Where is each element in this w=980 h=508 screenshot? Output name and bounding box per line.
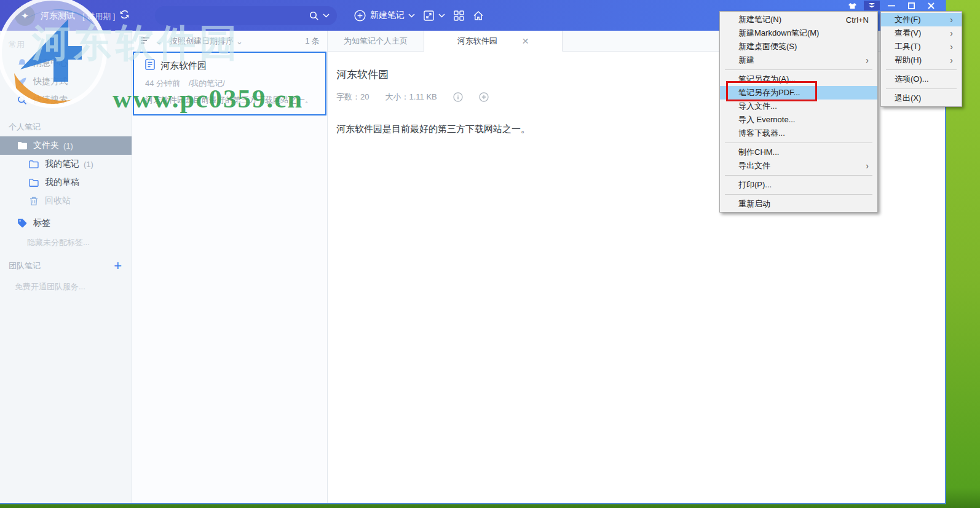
- sidebar-item-hidden-tags[interactable]: 隐藏未分配标签...: [0, 232, 132, 251]
- sidebar-item-open-team-service[interactable]: 免费开通团队服务...: [0, 274, 132, 292]
- expand-icon: [424, 10, 434, 21]
- plus-circle-icon: [354, 10, 366, 21]
- menu-separator: [725, 194, 872, 195]
- menu-item-new-markdown-note[interactable]: 新建Markdown笔记(M): [720, 26, 877, 40]
- menu-item-tools[interactable]: 工具(T) ›: [881, 40, 962, 53]
- skin-icon[interactable]: [844, 1, 860, 10]
- menu-item-view[interactable]: 查看(V) ›: [881, 26, 962, 40]
- section-personal: 个人笔记: [0, 109, 132, 136]
- menu-item-make-chm[interactable]: 制作CHM...: [720, 146, 877, 159]
- sidebar-item-label: 我的笔记: [45, 158, 79, 170]
- menu-item-restart[interactable]: 重新启动: [720, 197, 877, 211]
- menu-separator: [886, 88, 957, 89]
- menu-item-new-note[interactable]: 新建笔记(N) Ctrl+N: [720, 13, 877, 26]
- menu-item-new[interactable]: 新建 ›: [720, 53, 877, 67]
- sidebar-item-tags[interactable]: 标签: [0, 214, 132, 232]
- watermark-url: www.pc0359.cn: [113, 84, 303, 114]
- submenu-arrow-icon: ›: [950, 55, 953, 65]
- tab-note-active[interactable]: 河东软件园 ✕: [424, 31, 563, 52]
- tab-label: 为知笔记个人主页: [344, 36, 408, 47]
- grid-icon: [454, 10, 464, 21]
- menu-separator: [725, 143, 872, 143]
- folder-outline-icon: [28, 179, 39, 187]
- note-count: 1 条: [305, 36, 320, 47]
- annotation-highlight-box: [726, 81, 817, 101]
- menu-item-export-file[interactable]: 导出文件 ›: [720, 159, 877, 173]
- submenu-arrow-icon: ›: [950, 28, 953, 38]
- new-note-button[interactable]: 新建笔记: [354, 10, 415, 21]
- submenu-arrow-icon: ›: [866, 55, 869, 65]
- add-team-icon[interactable]: +: [114, 260, 122, 272]
- home-button[interactable]: [473, 10, 484, 21]
- chevron-down-icon: [323, 14, 330, 18]
- sidebar-item-my-drafts[interactable]: 我的草稿: [0, 173, 132, 192]
- submenu-arrow-icon: ›: [950, 15, 953, 25]
- main-menu-icon[interactable]: [864, 1, 880, 10]
- menu-item-options[interactable]: 选项(O)...: [881, 72, 962, 86]
- item-count: (1): [84, 160, 93, 169]
- sidebar-item-my-notes[interactable]: 我的笔记 (1): [0, 155, 132, 173]
- sidebar-item-folders[interactable]: 文件夹 (1): [0, 136, 132, 155]
- note-size: 大小：1.11 KB: [385, 92, 437, 103]
- titlebar-controls: [844, 0, 939, 11]
- submenu-arrow-icon: ›: [866, 161, 869, 171]
- menu-item-file[interactable]: 文件(F) ›: [881, 13, 962, 26]
- layout-grid-button[interactable]: [454, 10, 464, 21]
- shortcut: Ctrl+N: [846, 15, 869, 25]
- watermark-text: 河东软件园: [32, 17, 241, 69]
- menu-separator: [725, 175, 872, 176]
- menu-item-import-evernote[interactable]: 导入 Evernote...: [720, 113, 877, 127]
- submenu-arrow-icon: ›: [950, 42, 953, 52]
- menu-item-new-desktop-memo[interactable]: 新建桌面便笺(S): [720, 40, 877, 53]
- main-menu: 文件(F) › 查看(V) › 工具(T) › 帮助(H) › 选项(O)...…: [880, 11, 962, 107]
- home-icon: [473, 10, 484, 21]
- sidebar-item-label: 标签: [33, 217, 50, 229]
- folder-icon: [17, 141, 28, 150]
- chevron-down-icon: [438, 14, 445, 18]
- close-tab-icon[interactable]: ✕: [522, 36, 529, 46]
- tab-label: 河东软件园: [457, 36, 497, 47]
- search-icon: [309, 11, 319, 21]
- minimize-icon[interactable]: [883, 1, 899, 10]
- folder-outline-icon: [28, 160, 39, 168]
- new-note-label: 新建笔记: [370, 10, 405, 21]
- tag-icon: [17, 218, 28, 228]
- menu-separator: [725, 69, 872, 70]
- sidebar-item-label: 文件夹: [33, 140, 59, 151]
- header-toolbar: 新建笔记: [354, 6, 492, 25]
- trash-icon: [28, 197, 39, 206]
- menu-item-blog-downloader[interactable]: 博客下载器...: [720, 127, 877, 140]
- fullscreen-button[interactable]: [424, 10, 445, 21]
- sidebar-item-recycle-bin[interactable]: 回收站: [0, 192, 132, 210]
- maximize-icon[interactable]: [903, 1, 919, 10]
- info-icon[interactable]: [453, 92, 463, 102]
- close-icon[interactable]: [923, 1, 939, 10]
- menu-item-help[interactable]: 帮助(H) ›: [881, 53, 962, 67]
- item-count: (1): [63, 141, 73, 150]
- menu-item-exit[interactable]: 退出(X): [881, 92, 962, 105]
- add-tag-icon[interactable]: [479, 92, 489, 102]
- chevron-down-icon: [408, 14, 415, 18]
- section-team: 团队笔记: [9, 260, 41, 272]
- sidebar-item-label: 我的草稿: [45, 177, 79, 188]
- sidebar-item-label: 回收站: [45, 195, 71, 206]
- file-menu: 新建笔记(N) Ctrl+N 新建Markdown笔记(M) 新建桌面便笺(S)…: [719, 11, 878, 213]
- menu-separator: [886, 69, 957, 70]
- menu-item-import-file[interactable]: 导入文件...: [720, 100, 877, 113]
- menu-item-print[interactable]: 打印(P)...: [720, 178, 877, 192]
- tab-wiz-homepage[interactable]: 为知笔记个人主页: [328, 31, 424, 51]
- section-team-row: 团队笔记 +: [0, 251, 132, 274]
- word-count: 字数：20: [336, 92, 369, 103]
